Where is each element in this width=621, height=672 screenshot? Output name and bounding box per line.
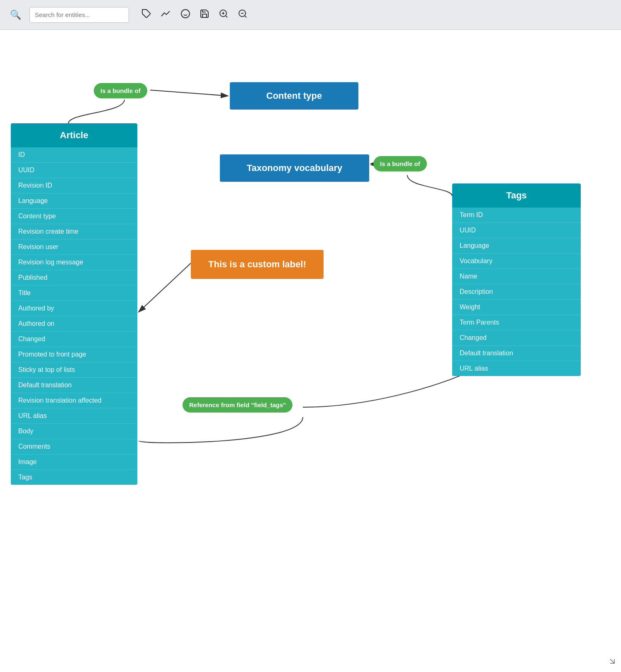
bundle-of-1-label[interactable]: Is a bundle of bbox=[94, 83, 147, 98]
toolbar: 🔍 bbox=[0, 0, 621, 30]
article-field-item: ID bbox=[11, 147, 137, 163]
article-field-item: Default translation bbox=[11, 378, 137, 393]
tags-field-item: Weight bbox=[452, 300, 581, 315]
ref-field-tags-label[interactable]: Reference from field "field_tags" bbox=[183, 397, 292, 413]
taxonomy-vocab-label[interactable]: Taxonomy vocabulary bbox=[220, 154, 369, 182]
svg-line-9 bbox=[245, 15, 246, 17]
svg-line-17 bbox=[139, 263, 191, 312]
article-field-item: Changed bbox=[11, 332, 137, 347]
tags-field-item: URL alias bbox=[452, 361, 581, 376]
zoom-out-icon[interactable] bbox=[238, 9, 248, 21]
article-field-item: Image bbox=[11, 455, 137, 470]
article-field-item: Body bbox=[11, 424, 137, 439]
article-field-item: Revision user bbox=[11, 239, 137, 255]
article-field-item: Published bbox=[11, 270, 137, 286]
svg-line-13 bbox=[150, 90, 228, 96]
search-icon[interactable]: 🔍 bbox=[10, 10, 21, 20]
tags-field-item: Vocabulary bbox=[452, 254, 581, 269]
article-field-item: Content type bbox=[11, 209, 137, 224]
tags-field-item: Default translation bbox=[452, 346, 581, 361]
article-field-item: Revision create time bbox=[11, 224, 137, 239]
svg-line-18 bbox=[610, 659, 614, 663]
tags-field-item: Language bbox=[452, 238, 581, 254]
article-field-item: Promoted to front page bbox=[11, 347, 137, 362]
article-field-item: Comments bbox=[11, 439, 137, 455]
article-field-item: Title bbox=[11, 286, 137, 301]
corner-icon bbox=[609, 657, 616, 667]
article-field-item: Authored on bbox=[11, 316, 137, 332]
svg-line-5 bbox=[226, 15, 227, 17]
tags-field-item: Changed bbox=[452, 330, 581, 346]
article-field-item: Revision ID bbox=[11, 178, 137, 193]
search-input[interactable] bbox=[29, 7, 129, 23]
tags-field-item: Name bbox=[452, 269, 581, 284]
tags-title: Tags bbox=[452, 183, 581, 208]
bundle-of-2-label[interactable]: Is a bundle of bbox=[373, 156, 427, 171]
zoom-in-icon[interactable] bbox=[219, 9, 229, 21]
article-fields: IDUUIDRevision IDLanguageContent typeRev… bbox=[11, 147, 137, 485]
article-field-item: URL alias bbox=[11, 408, 137, 424]
canvas: Is a bundle of Content type Taxonomy voc… bbox=[0, 30, 621, 672]
article-entity[interactable]: Article IDUUIDRevision IDLanguageContent… bbox=[11, 123, 137, 485]
save-icon[interactable] bbox=[200, 9, 209, 21]
article-field-item: Authored by bbox=[11, 301, 137, 316]
tags-field-item: Term Parents bbox=[452, 315, 581, 330]
tags-entity[interactable]: Tags Term IDUUIDLanguageVocabularyNameDe… bbox=[452, 183, 581, 376]
article-field-item: Sticky at top of lists bbox=[11, 362, 137, 378]
tags-fields: Term IDUUIDLanguageVocabularyNameDescrip… bbox=[452, 208, 581, 376]
article-field-item: Language bbox=[11, 193, 137, 209]
tags-field-item: Description bbox=[452, 284, 581, 300]
article-field-item: Revision translation affected bbox=[11, 393, 137, 408]
article-field-item: UUID bbox=[11, 163, 137, 178]
article-field-item: Tags bbox=[11, 470, 137, 485]
article-field-item: Revision log message bbox=[11, 255, 137, 270]
svg-point-1 bbox=[181, 10, 190, 18]
person-icon[interactable] bbox=[180, 9, 190, 21]
tags-field-item: UUID bbox=[452, 223, 581, 238]
label-icon[interactable] bbox=[141, 9, 151, 21]
article-title: Article bbox=[11, 123, 137, 147]
toolbar-icons bbox=[141, 9, 248, 21]
custom-label[interactable]: This is a custom label! bbox=[191, 250, 324, 279]
tags-field-item: Term ID bbox=[452, 208, 581, 223]
chart-icon[interactable] bbox=[161, 9, 171, 21]
content-type-label[interactable]: Content type bbox=[230, 82, 358, 110]
